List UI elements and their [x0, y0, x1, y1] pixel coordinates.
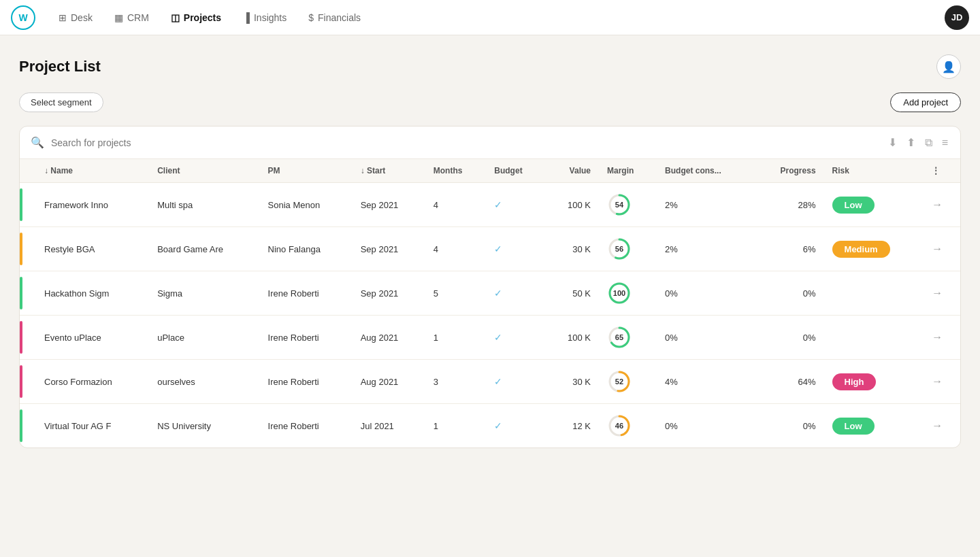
- col-pm[interactable]: PM: [260, 159, 353, 183]
- table-row: Corso Formazion ourselves Irene Roberti …: [20, 360, 960, 404]
- cell-budget: ✓: [486, 271, 546, 316]
- row-arrow-icon[interactable]: →: [932, 243, 943, 254]
- share-icon[interactable]: ⬆: [905, 135, 917, 150]
- toolbar: Select segment Add project: [19, 92, 961, 112]
- cell-months: 3: [425, 360, 487, 404]
- row-arrow-icon[interactable]: →: [932, 287, 943, 299]
- cell-months: 1: [425, 404, 487, 448]
- row-indicator-cell: [20, 404, 36, 448]
- cell-arrow[interactable]: →: [924, 360, 960, 404]
- cell-margin: 65: [599, 316, 657, 360]
- nav-desk[interactable]: ⊞ Desk: [49, 8, 102, 27]
- copy-icon[interactable]: ⧉: [924, 135, 934, 150]
- cell-value: 100 K: [546, 316, 599, 360]
- col-client[interactable]: Client: [149, 159, 259, 183]
- budget-check-icon: ✓: [494, 332, 502, 343]
- row-indicator-cell: [20, 271, 36, 316]
- cell-start: Sep 2021: [353, 271, 425, 316]
- cell-budget: ✓: [486, 360, 546, 404]
- margin-circle: 54: [607, 192, 632, 217]
- project-table-container: 🔍 ⬇ ⬆ ⧉ ≡ ↓ Name Client PM ↓ Start Month…: [19, 126, 961, 448]
- nav-insights[interactable]: ▐ Insights: [233, 8, 296, 27]
- cell-arrow[interactable]: →: [924, 227, 960, 271]
- row-arrow-icon[interactable]: →: [932, 420, 943, 431]
- cell-value: 100 K: [546, 183, 599, 227]
- nav-crm[interactable]: ▦ CRM: [105, 8, 159, 27]
- cell-arrow[interactable]: →: [924, 271, 960, 316]
- insights-icon: ▐: [243, 12, 250, 23]
- cell-margin: 46: [599, 404, 657, 448]
- col-margin[interactable]: Margin: [599, 159, 657, 183]
- row-arrow-icon[interactable]: →: [932, 375, 943, 387]
- cell-client: Multi spa: [149, 183, 259, 227]
- page-icon-button[interactable]: 👤: [936, 54, 961, 79]
- table-row: Hackathon Sigm Sigma Irene Roberti Sep 2…: [20, 271, 960, 316]
- col-progress[interactable]: Progress: [754, 159, 823, 183]
- budget-check-icon: ✓: [494, 199, 502, 210]
- margin-circle: 52: [607, 369, 632, 394]
- nav-financials[interactable]: $ Financials: [299, 8, 370, 27]
- search-bar: 🔍 ⬇ ⬆ ⧉ ≡: [20, 126, 960, 159]
- risk-badge: Medium: [832, 241, 890, 258]
- cell-pm: Irene Roberti: [260, 271, 353, 316]
- cell-arrow[interactable]: →: [924, 316, 960, 360]
- cell-name: Corso Formazion: [36, 360, 149, 404]
- risk-badge: High: [832, 373, 877, 390]
- risk-badge: Low: [832, 418, 875, 435]
- cell-margin: 100: [599, 271, 657, 316]
- cell-budget-cons: 2%: [657, 183, 754, 227]
- cell-budget: ✓: [486, 227, 546, 271]
- cell-months: 4: [425, 227, 487, 271]
- nav-projects[interactable]: ◫ Projects: [161, 8, 231, 27]
- search-icon: 🔍: [31, 136, 44, 149]
- cell-start: Sep 2021: [353, 183, 425, 227]
- cell-progress: 0%: [754, 404, 823, 448]
- col-name[interactable]: ↓ Name: [36, 159, 149, 183]
- desk-icon: ⊞: [59, 12, 67, 23]
- col-start[interactable]: ↓ Start: [353, 159, 425, 183]
- cell-risk: [824, 271, 924, 316]
- cell-progress: 28%: [754, 183, 823, 227]
- select-segment-button[interactable]: Select segment: [19, 92, 103, 112]
- cell-months: 1: [425, 316, 487, 360]
- row-indicator-cell: [20, 183, 36, 227]
- col-budget-cons[interactable]: Budget cons...: [657, 159, 754, 183]
- row-arrow-icon[interactable]: →: [932, 199, 943, 210]
- app-logo[interactable]: W: [11, 5, 35, 30]
- cell-margin: 54: [599, 183, 657, 227]
- row-indicator-cell: [20, 227, 36, 271]
- cell-budget-cons: 2%: [657, 227, 754, 271]
- col-months[interactable]: Months: [425, 159, 487, 183]
- search-input[interactable]: [51, 137, 880, 148]
- page-content: Project List 👤 Select segment Add projec…: [0, 35, 980, 448]
- download-icon[interactable]: ⬇: [887, 135, 898, 150]
- cell-value: 50 K: [546, 271, 599, 316]
- cell-pm: Irene Roberti: [260, 316, 353, 360]
- cell-arrow[interactable]: →: [924, 404, 960, 448]
- row-arrow-icon[interactable]: →: [932, 331, 943, 343]
- cell-progress: 0%: [754, 316, 823, 360]
- filter-icon[interactable]: ≡: [941, 135, 949, 150]
- col-budget[interactable]: Budget: [486, 159, 546, 183]
- cell-budget-cons: 4%: [657, 360, 754, 404]
- margin-circle: 65: [607, 325, 632, 350]
- projects-table: ↓ Name Client PM ↓ Start Months Budget V…: [20, 159, 960, 448]
- cell-budget: ✓: [486, 316, 546, 360]
- table-row: Virtual Tour AG F NS University Irene Ro…: [20, 404, 960, 448]
- margin-circle: 46: [607, 413, 632, 438]
- page-title: Project List: [19, 58, 101, 75]
- cell-pm: Irene Roberti: [260, 404, 353, 448]
- cell-client: NS University: [149, 404, 259, 448]
- cell-name: Restyle BGA: [36, 227, 149, 271]
- user-avatar[interactable]: JD: [945, 5, 969, 30]
- add-project-button[interactable]: Add project: [890, 92, 961, 112]
- cell-arrow[interactable]: →: [924, 183, 960, 227]
- cell-risk: Low: [824, 404, 924, 448]
- cell-name: Hackathon Sigm: [36, 271, 149, 316]
- margin-circle: 100: [607, 281, 632, 305]
- cell-pm: Irene Roberti: [260, 360, 353, 404]
- col-value[interactable]: Value: [546, 159, 599, 183]
- risk-badge: Low: [832, 197, 875, 214]
- col-risk[interactable]: Risk: [824, 159, 924, 183]
- budget-check-icon: ✓: [494, 420, 502, 431]
